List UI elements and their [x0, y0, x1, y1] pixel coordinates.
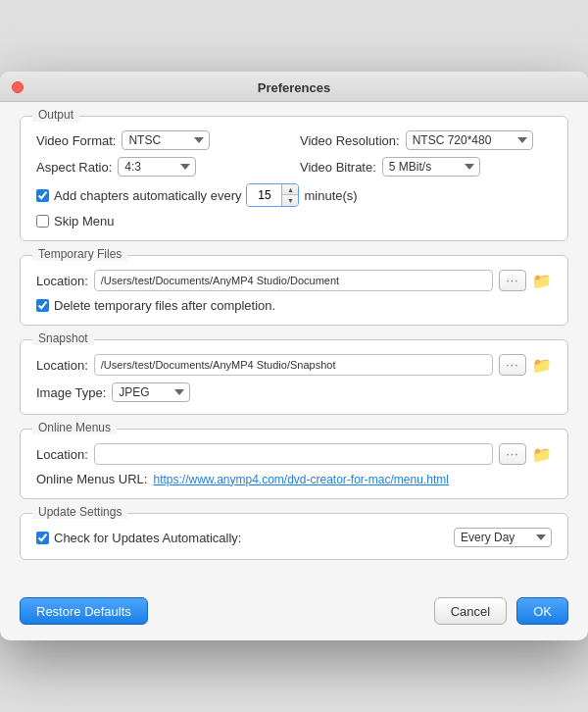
update-frequency-select[interactable]: Every Day Every Week Every Month Never — [454, 528, 552, 547]
aspect-ratio-group: Aspect Ratio: 4:3 16:9 — [36, 157, 288, 177]
video-format-group: Video Format: NTSC PAL — [36, 130, 288, 150]
aspect-ratio-label: Aspect Ratio: — [36, 160, 112, 175]
online-menus-section-title: Online Menus — [32, 421, 117, 434]
online-location-label: Location: — [36, 447, 88, 462]
chapters-stepper: ▲ ▼ — [246, 183, 299, 207]
stepper-buttons: ▲ ▼ — [282, 184, 298, 206]
snapshot-location-row: Location: ··· 📁 — [36, 354, 552, 376]
cancel-button[interactable]: Cancel — [434, 597, 507, 625]
update-left: Check for Updates Automatically: — [36, 531, 241, 545]
image-type-row: Image Type: JPEG PNG BMP — [36, 382, 552, 402]
snapshot-location-input[interactable] — [94, 354, 493, 376]
update-right: Every Day Every Week Every Month Never — [454, 528, 552, 547]
format-resolution-row: Video Format: NTSC PAL Video Resolution:… — [36, 130, 552, 150]
url-label: Online Menus URL: — [36, 472, 147, 486]
update-settings-section: Update Settings Check for Updates Automa… — [20, 513, 568, 560]
delete-label: Delete temporary files after completion. — [54, 298, 275, 313]
snapshot-section-title: Snapshot — [32, 331, 94, 345]
video-format-label: Video Format: — [36, 133, 116, 148]
video-resolution-select[interactable]: NTSC 720*480 NTSC 352*480 NTSC 352*240 — [406, 130, 533, 150]
online-menus-section: Online Menus Location: ··· 📁 Online Menu… — [20, 429, 568, 499]
close-button[interactable] — [12, 81, 24, 93]
titlebar: Preferences — [0, 72, 588, 102]
url-link[interactable]: https://www.anymp4.com/dvd-creator-for-m… — [153, 473, 448, 486]
footer: Restore Defaults Cancel OK — [0, 587, 588, 640]
temporary-files-section-title: Temporary Files — [32, 247, 127, 261]
stepper-up-button[interactable]: ▲ — [282, 184, 298, 195]
chapters-input[interactable] — [247, 184, 282, 206]
url-row: Online Menus URL: https://www.anymp4.com… — [36, 472, 552, 486]
temp-location-folder-button[interactable]: 📁 — [532, 272, 552, 290]
chapters-label1: Add chapters automatically every — [54, 188, 241, 203]
chapters-checkbox[interactable] — [36, 189, 49, 202]
temporary-files-section-inner: Location: ··· 📁 Delete temporary files a… — [36, 270, 552, 313]
online-location-dots-button[interactable]: ··· — [499, 443, 526, 465]
output-section-inner: Video Format: NTSC PAL Video Resolution:… — [36, 130, 552, 229]
video-resolution-group: Video Resolution: NTSC 720*480 NTSC 352*… — [300, 130, 552, 150]
snapshot-section-inner: Location: ··· 📁 Image Type: JPEG PNG BMP — [36, 354, 552, 402]
delete-row: Delete temporary files after completion. — [36, 298, 552, 313]
online-menus-section-inner: Location: ··· 📁 Online Menus URL: https:… — [36, 443, 552, 486]
output-section: Output Video Format: NTSC PAL Video Reso… — [20, 116, 568, 241]
skip-menu-row: Skip Menu — [36, 214, 552, 229]
online-location-folder-button[interactable]: 📁 — [532, 445, 552, 464]
snapshot-location-folder-button[interactable]: 📁 — [532, 356, 552, 375]
temp-location-input[interactable] — [94, 270, 493, 291]
video-bitrate-label: Video Bitrate: — [300, 160, 376, 175]
temp-location-dots-button[interactable]: ··· — [499, 270, 526, 291]
aspect-ratio-select[interactable]: 4:3 16:9 — [118, 157, 196, 177]
output-section-title: Output — [32, 108, 79, 122]
footer-right: Cancel OK — [434, 597, 568, 625]
temp-location-row: Location: ··· 📁 — [36, 270, 552, 291]
video-bitrate-group: Video Bitrate: 5 MBit/s 4 MBit/s 3 MBit/… — [300, 157, 552, 177]
aspect-bitrate-row: Aspect Ratio: 4:3 16:9 Video Bitrate: 5 … — [36, 157, 552, 177]
update-settings-section-title: Update Settings — [32, 505, 127, 519]
temp-location-label: Location: — [36, 274, 88, 288]
update-settings-section-inner: Check for Updates Automatically: Every D… — [36, 528, 552, 547]
temporary-files-section: Temporary Files Location: ··· 📁 Delete t… — [20, 255, 568, 326]
skip-menu-checkbox[interactable] — [36, 215, 49, 228]
image-type-select[interactable]: JPEG PNG BMP — [112, 382, 190, 402]
snapshot-location-label: Location: — [36, 358, 88, 373]
snapshot-location-dots-button[interactable]: ··· — [499, 354, 526, 376]
restore-defaults-button[interactable]: Restore Defaults — [20, 597, 148, 625]
chapters-label2: minute(s) — [304, 188, 357, 203]
update-row: Check for Updates Automatically: Every D… — [36, 528, 552, 547]
update-label: Check for Updates Automatically: — [54, 531, 241, 545]
chapters-row: Add chapters automatically every ▲ ▼ min… — [36, 183, 552, 207]
ok-button[interactable]: OK — [516, 597, 568, 625]
video-resolution-label: Video Resolution: — [300, 133, 400, 148]
skip-menu-label: Skip Menu — [54, 214, 114, 229]
image-type-label: Image Type: — [36, 385, 106, 400]
preferences-dialog: Preferences Output Video Format: NTSC PA… — [0, 72, 588, 640]
video-bitrate-select[interactable]: 5 MBit/s 4 MBit/s 3 MBit/s — [382, 157, 480, 177]
stepper-down-button[interactable]: ▼ — [282, 195, 298, 206]
content-area: Output Video Format: NTSC PAL Video Reso… — [0, 102, 588, 587]
online-location-input[interactable] — [94, 443, 493, 465]
snapshot-section: Snapshot Location: ··· 📁 Image Type: JPE… — [20, 339, 568, 415]
dialog-title: Preferences — [258, 80, 330, 95]
online-location-row: Location: ··· 📁 — [36, 443, 552, 465]
video-format-select[interactable]: NTSC PAL — [122, 130, 210, 150]
update-checkbox[interactable] — [36, 532, 49, 544]
delete-checkbox[interactable] — [36, 299, 49, 312]
